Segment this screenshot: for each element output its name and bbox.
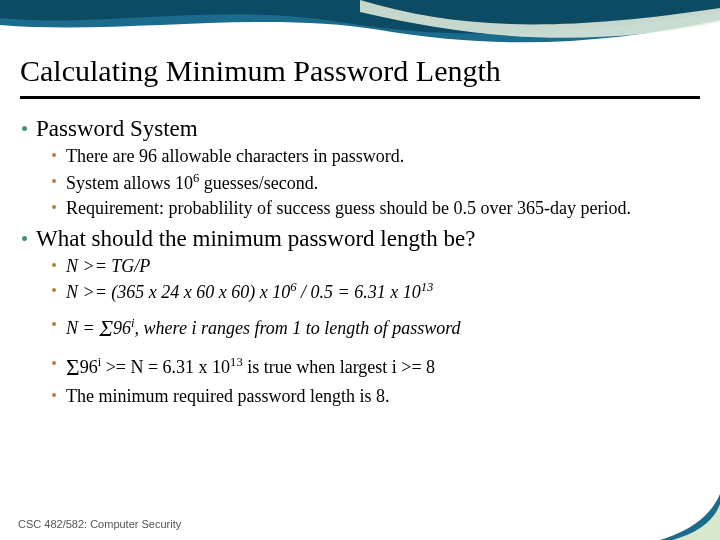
bullet-chars: There are 96 allowable characters in pas… bbox=[66, 145, 702, 168]
text-post: guesses/second. bbox=[199, 173, 318, 193]
text: There are 96 allowable characters in pas… bbox=[66, 146, 404, 166]
bullet-icon bbox=[52, 393, 56, 397]
bullet-icon bbox=[52, 322, 56, 326]
bullet-icon bbox=[22, 236, 27, 241]
bullet-icon bbox=[52, 179, 56, 183]
section-min-length: What should the minimum password length … bbox=[36, 226, 702, 252]
text-mid: / 0.5 = 6.31 x 10 bbox=[297, 282, 421, 302]
exponent-2: 13 bbox=[421, 280, 434, 294]
heading-text: Password System bbox=[36, 116, 198, 141]
bullet-guesses: System allows 106 guesses/second. bbox=[66, 171, 702, 195]
exponent: 13 bbox=[230, 355, 243, 369]
bullet-icon bbox=[52, 361, 56, 365]
corner-decoration bbox=[660, 494, 720, 540]
sigma-icon: Σ bbox=[99, 315, 113, 341]
text-d: is true when largest i >= 8 bbox=[243, 357, 435, 377]
sigma-icon: Σ bbox=[66, 354, 80, 380]
text-pre: N >= (365 x 24 x 60 x 60) x 10 bbox=[66, 282, 290, 302]
title-underline bbox=[20, 96, 700, 99]
text-d: , where i ranges from 1 to length of pas… bbox=[135, 318, 461, 338]
bullet-formula-2: N >= (365 x 24 x 60 x 60) x 106 / 0.5 = … bbox=[66, 280, 702, 304]
bullet-icon bbox=[52, 153, 56, 157]
bullet-icon bbox=[52, 263, 56, 267]
bullet-conclusion: The minimum required password length is … bbox=[66, 385, 702, 408]
text-c: >= N = 6.31 x 10 bbox=[101, 357, 230, 377]
text: N >= TG/P bbox=[66, 256, 150, 276]
section-password-system: Password System bbox=[36, 116, 702, 142]
bullet-formula-4: Σ96i >= N = 6.31 x 1013 is true when lar… bbox=[66, 353, 702, 382]
text-a: N = bbox=[66, 318, 99, 338]
text-a: 96 bbox=[80, 357, 98, 377]
bullet-icon bbox=[52, 288, 56, 292]
text: Requirement: probablility of success gue… bbox=[66, 198, 631, 218]
text-b: 96 bbox=[113, 318, 131, 338]
text: The minimum required password length is … bbox=[66, 386, 389, 406]
footer-text: CSC 482/582: Computer Security bbox=[18, 518, 181, 530]
bullet-icon bbox=[52, 205, 56, 209]
bullet-icon bbox=[22, 126, 27, 131]
bullet-formula-1: N >= TG/P bbox=[66, 255, 702, 278]
bullet-requirement: Requirement: probablility of success gue… bbox=[66, 197, 702, 220]
bullet-formula-3: N = Σ96i, where i ranges from 1 to lengt… bbox=[66, 314, 702, 343]
heading-text: What should the minimum password length … bbox=[36, 226, 475, 251]
content-area: Password System There are 96 allowable c… bbox=[22, 110, 702, 411]
slide-title: Calculating Minimum Password Length bbox=[20, 54, 501, 88]
text-pre: System allows 10 bbox=[66, 173, 193, 193]
header-wave bbox=[0, 0, 720, 55]
